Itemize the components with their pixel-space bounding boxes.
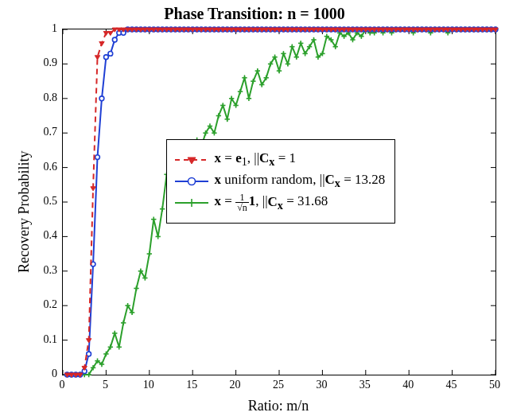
svg-point-253	[104, 55, 109, 60]
y-tick-label: 0.7	[35, 126, 57, 138]
chart-container: Phase Transition: n = 1000 Recovery Prob…	[0, 0, 509, 420]
x-tick-label: 5	[103, 379, 108, 391]
x-tick-label: 30	[316, 379, 327, 391]
x-tick-label: 0	[60, 379, 65, 391]
legend-entry: x = e1, ||Cx = 1	[175, 150, 386, 169]
svg-point-249	[87, 352, 91, 356]
legend-entry: x uniform random, ||Cx = 13.28	[175, 172, 386, 191]
y-tick-label: 0.4	[35, 229, 57, 242]
svg-point-252	[99, 96, 104, 101]
legend-label: x = e1, ||Cx = 1	[215, 150, 296, 169]
y-axis-label: Recovery Probability	[16, 151, 33, 273]
y-tick-label: 0.2	[35, 298, 57, 311]
y-tick-label: 0.9	[35, 56, 57, 69]
x-tick-label: 45	[446, 379, 457, 391]
y-tick-label: 0.3	[35, 264, 57, 277]
svg-point-255	[112, 37, 117, 42]
x-tick-label: 10	[143, 379, 154, 391]
legend-label: x = 1√n1, ||Cx = 31.68	[215, 192, 328, 212]
x-tick-label: 50	[489, 379, 500, 391]
x-tick-label: 20	[230, 379, 241, 391]
x-tick-label: 15	[186, 379, 197, 391]
y-tick-label: 0.5	[35, 195, 57, 208]
y-tick-label: 0.1	[35, 333, 57, 346]
chart-title: Phase Transition: n = 1000	[0, 5, 509, 23]
legend-entry: x = 1√n1, ||Cx = 31.68	[175, 193, 386, 212]
x-tick-label: 35	[359, 379, 371, 391]
x-tick-label: 25	[273, 379, 284, 391]
legend-label: x uniform random, ||Cx = 13.28	[215, 172, 386, 190]
y-tick-label: 0.8	[35, 91, 57, 104]
svg-point-254	[108, 52, 113, 56]
y-tick-label: 1	[35, 22, 57, 35]
svg-point-344	[188, 177, 195, 185]
y-tick-label: 0	[35, 368, 57, 380]
x-axis-label: Ratio: m/n	[62, 398, 495, 414]
x-tick-label: 40	[402, 379, 414, 391]
svg-point-251	[95, 155, 100, 160]
y-tick-label: 0.6	[35, 161, 57, 173]
legend: x = e1, ||Cx = 1x uniform random, ||Cx =…	[166, 139, 396, 224]
